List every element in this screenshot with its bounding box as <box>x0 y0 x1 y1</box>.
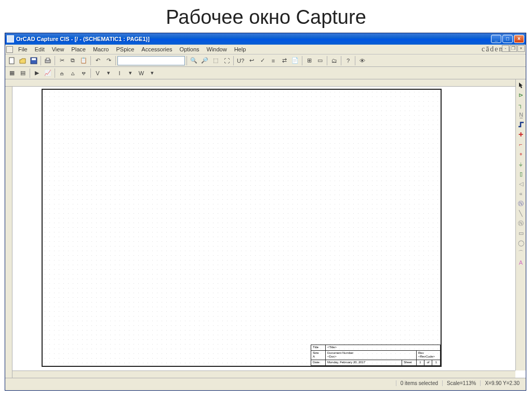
v-bias-toggle-button[interactable]: ▾ <box>103 68 114 78</box>
annotate-button[interactable]: U? <box>235 56 246 66</box>
voltage-marker-button[interactable]: 🜁 <box>57 68 67 78</box>
mdi-buttons: - ❐ × <box>502 45 525 52</box>
zoom-fit-button[interactable]: ⛶ <box>221 56 232 66</box>
drc-button[interactable]: ✓ <box>257 56 268 66</box>
tb-size-label: SizeA <box>311 351 326 360</box>
mdi-restore-button[interactable]: ❐ <box>510 45 517 52</box>
place-arc-tool[interactable]: ⌒ <box>516 248 526 257</box>
place-bus-entry-tool[interactable]: ⌐ <box>516 140 526 149</box>
separator <box>341 56 341 65</box>
status-coords: X=9.90 Y=2.30 <box>480 380 524 386</box>
menu-options[interactable]: Options <box>176 45 203 53</box>
menu-file[interactable]: File <box>15 45 31 53</box>
menu-accessories[interactable]: Accessories <box>138 45 176 53</box>
print-button[interactable] <box>43 56 53 66</box>
svg-rect-2 <box>32 58 36 60</box>
place-port-tool[interactable]: ◁ <box>516 179 526 188</box>
snap-button[interactable]: ⊞ <box>304 56 314 66</box>
paste-button[interactable]: 📋 <box>78 56 89 66</box>
menu-place[interactable]: Place <box>68 45 89 53</box>
menu-macro[interactable]: Macro <box>89 45 113 53</box>
place-wire-tool[interactable]: ┐ <box>516 100 526 109</box>
menu-edit[interactable]: Edit <box>31 45 48 53</box>
separator <box>302 56 302 65</box>
place-power-tool[interactable]: ⚬ <box>516 149 526 159</box>
status-scale: Scale=113% <box>442 380 480 386</box>
place-net-alias-tool[interactable]: N̲ <box>516 110 526 119</box>
run-button[interactable]: ▶ <box>32 68 42 78</box>
mdi-minimize-button[interactable]: - <box>502 45 509 52</box>
project-mgr-button[interactable]: 🗂 <box>329 56 339 66</box>
minimize-button[interactable]: _ <box>491 35 501 43</box>
undo-button[interactable]: ↶ <box>92 56 103 66</box>
window-buttons: _ □ × <box>491 35 524 43</box>
separator <box>90 68 91 78</box>
cross-ref-button[interactable]: ⇄ <box>279 56 289 66</box>
menubar: File Edit View Place Macro PSpice Access… <box>5 45 526 54</box>
titlebar[interactable]: OrCAD Capture CIS - [/ - (SCHEMATIC1 : P… <box>5 33 526 45</box>
menu-window[interactable]: Window <box>203 45 231 53</box>
zoom-in-button[interactable]: 🔍 <box>189 56 199 66</box>
place-polyline-tool[interactable]: Ⓝ <box>516 218 526 228</box>
copy-button[interactable]: ⧉ <box>68 56 78 66</box>
i-bias-button[interactable]: I <box>114 68 125 78</box>
zoom-out-button[interactable]: 🔎 <box>200 56 210 66</box>
save-button[interactable] <box>29 56 39 66</box>
place-junction-tool[interactable]: ✚ <box>516 130 526 139</box>
place-hier-block-tool[interactable]: ▯ <box>516 169 526 179</box>
cut-button[interactable]: ✂ <box>57 56 67 66</box>
horizontal-scrollbar[interactable] <box>12 370 515 378</box>
bom-button[interactable]: 📄 <box>290 56 300 66</box>
place-rect-tool[interactable]: ▭ <box>516 228 526 238</box>
maximize-button[interactable]: □ <box>502 35 513 43</box>
w-bias-button[interactable]: W <box>136 68 147 78</box>
place-text-tool[interactable]: A <box>516 258 526 267</box>
netlist-button[interactable]: ≡ <box>268 56 278 66</box>
area-select-button[interactable]: ▭ <box>315 56 325 66</box>
separator <box>115 56 116 65</box>
slide-title: Рабочее окно Capture <box>0 0 532 33</box>
part-combo[interactable] <box>117 56 185 65</box>
toolbar-main: ✂ ⧉ 📋 ↶ ↷ 🔍 🔎 ⬚ ⛶ U? ↩ ✓ ≡ ⇄ 📄 ⊞ ▭ 🗂 ? 👁 <box>5 54 526 67</box>
tool-palette: ⊳ ┐ N̲ ✚ ⌐ ⚬ ⏚ ▯ ◁ « Ⓝ ╲ Ⓝ ▭ ◯ ⌒ A <box>515 79 526 268</box>
place-ellipse-tool[interactable]: ◯ <box>516 238 526 248</box>
w-bias-toggle-button[interactable]: ▾ <box>147 68 157 78</box>
zoom-area-button[interactable]: ⬚ <box>210 56 221 66</box>
separator <box>233 56 234 65</box>
separator <box>41 56 41 65</box>
select-tool[interactable] <box>516 80 526 90</box>
fisheye-button[interactable]: 👁 <box>357 56 367 66</box>
close-button[interactable]: × <box>514 35 524 43</box>
redo-button[interactable]: ↷ <box>103 56 114 66</box>
schematic-canvas[interactable]: Title <Title> SizeA Document Number<Doc>… <box>12 87 515 370</box>
place-off-page-tool[interactable]: « <box>516 189 526 198</box>
v-bias-button[interactable]: V <box>92 68 103 78</box>
place-part-tool[interactable]: ⊳ <box>516 90 526 100</box>
current-marker-button[interactable]: 🜂 <box>68 68 78 78</box>
place-no-connect-tool[interactable]: Ⓝ <box>516 199 526 208</box>
view-results-button[interactable]: 📈 <box>43 68 53 78</box>
help-button[interactable]: ? <box>343 56 353 66</box>
tb-sheet-of: of <box>424 360 432 365</box>
open-button[interactable] <box>18 56 28 66</box>
edit-sim-button[interactable]: ▤ <box>18 68 28 78</box>
menu-view[interactable]: View <box>48 45 68 53</box>
app-icon <box>7 35 14 43</box>
title-block: Title <Title> SizeA Document Number<Doc>… <box>311 345 441 366</box>
place-line-tool[interactable]: ╲ <box>516 209 526 218</box>
watt-marker-button[interactable]: 🜃 <box>78 68 89 78</box>
i-bias-toggle-button[interactable]: ▾ <box>125 68 136 78</box>
place-bus-tool[interactable] <box>516 120 526 129</box>
separator <box>30 68 30 78</box>
back-annotate-button[interactable]: ↩ <box>246 56 257 66</box>
menu-help[interactable]: Help <box>231 45 250 53</box>
vertical-ruler <box>5 87 12 378</box>
tb-sheet-cur: 1 <box>417 360 424 365</box>
document-icon[interactable] <box>6 46 13 53</box>
new-sim-button[interactable]: ▦ <box>7 68 17 78</box>
menu-pspice[interactable]: PSpice <box>112 45 138 53</box>
new-button[interactable] <box>7 56 17 66</box>
place-ground-tool[interactable]: ⏚ <box>516 159 526 169</box>
mdi-close-button[interactable]: × <box>517 45 525 52</box>
schematic-page[interactable]: Title <Title> SizeA Document Number<Doc>… <box>42 89 442 367</box>
